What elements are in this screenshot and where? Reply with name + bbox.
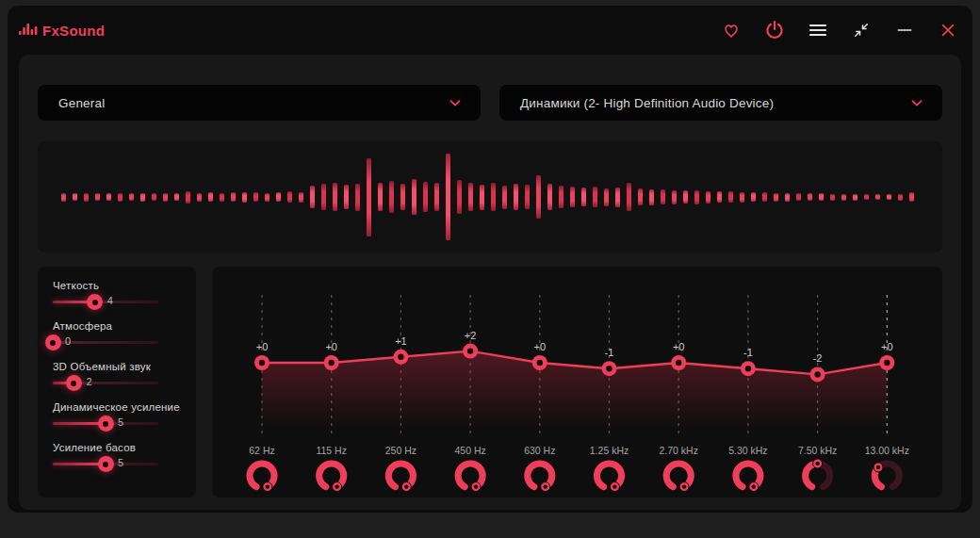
visualizer-bar	[197, 193, 202, 202]
heart-icon	[721, 20, 742, 41]
eq-node[interactable]	[879, 355, 894, 370]
visualizer-bar	[163, 193, 168, 202]
eq-band-knob[interactable]	[874, 463, 899, 487]
visualizer-bar	[830, 194, 835, 201]
visualizer-bar	[672, 190, 677, 204]
slider-track[interactable]: 2	[53, 382, 158, 384]
effects-panel: Четкость4Атмосфера03D Объемный звук2Дина…	[38, 267, 196, 497]
eq-freq-label: 1.25 kHz	[590, 445, 629, 456]
eq-band-knob[interactable]	[388, 464, 413, 492]
eq-curve-fill	[262, 351, 887, 432]
compact-mode-button[interactable]	[850, 19, 873, 41]
visualizer-bar	[740, 192, 744, 203]
slider-track[interactable]: 5	[53, 422, 158, 425]
visualizer-bar	[774, 193, 778, 202]
visualizer-bar	[627, 183, 631, 211]
eq-band-knob[interactable]	[736, 464, 760, 492]
eq-band-knob[interactable]	[250, 464, 274, 492]
visualizer-bar	[389, 181, 394, 213]
slider-thumb[interactable]	[98, 416, 114, 432]
visualizer-bar	[502, 186, 507, 209]
favorite-button[interactable]	[720, 19, 743, 41]
visualizer-bar	[762, 192, 767, 202]
slider-thumb[interactable]	[98, 456, 114, 472]
visualizer-bar	[514, 184, 518, 210]
slider-track[interactable]: 0	[53, 341, 158, 344]
eq-band-knob[interactable]	[319, 464, 344, 492]
visualizer-bar	[152, 193, 156, 201]
close-icon	[939, 21, 957, 40]
chevron-down-icon	[908, 94, 925, 111]
titlebar: FxSound	[8, 6, 972, 55]
eq-freq-label: 5.30 kHz	[728, 445, 767, 456]
visualizer-bar	[525, 185, 530, 209]
eq-node[interactable]	[741, 361, 756, 376]
eq-gain-label: -1	[743, 347, 753, 358]
eq-band-knob[interactable]	[666, 464, 691, 492]
visualizer-bar	[796, 193, 801, 201]
slider-value: 2	[86, 376, 91, 387]
eq-node[interactable]	[324, 355, 339, 370]
visualizer-bar	[446, 154, 450, 240]
eq-band-knob[interactable]	[528, 464, 552, 492]
slider-label: 3D Объемный звук	[53, 361, 196, 372]
fxsound-window: FxSound	[8, 6, 972, 513]
menu-button[interactable]	[807, 19, 829, 41]
slider-value: 4	[107, 295, 113, 306]
minimize-button[interactable]	[893, 19, 916, 41]
eq-gain-label: +0	[673, 341, 685, 352]
effect-slider-row: Усиление басов5	[53, 442, 196, 482]
eq-band-knob[interactable]	[458, 464, 482, 492]
visualizer-bar	[344, 185, 349, 209]
visualizer-bar	[95, 193, 100, 201]
eq-node[interactable]	[671, 355, 686, 370]
visualizer-bar	[728, 191, 733, 203]
visualizer-bar	[819, 193, 824, 201]
chevron-down-icon	[447, 94, 464, 111]
app-title: FxSound	[42, 23, 105, 39]
slider-label: Атмосфера	[53, 320, 196, 332]
eq-gain-label: +2	[465, 330, 477, 341]
preset-dropdown[interactable]: General	[38, 85, 481, 121]
slider-label: Динамическое усиление	[53, 401, 196, 413]
visualizer-bar	[694, 190, 699, 204]
visualizer-bar	[412, 179, 416, 215]
eq-node[interactable]	[810, 367, 825, 382]
slider-track[interactable]: 4	[53, 301, 158, 303]
close-button[interactable]	[937, 19, 959, 41]
slider-thumb[interactable]	[66, 375, 82, 391]
eq-node[interactable]	[532, 355, 547, 370]
eq-band-knob[interactable]	[806, 459, 830, 487]
slider-thumb[interactable]	[87, 294, 103, 310]
eq-node[interactable]	[602, 361, 617, 376]
eq-node[interactable]	[463, 344, 478, 359]
eq-node[interactable]	[393, 350, 408, 365]
content-card: General Динамики (2- High Definition Aud…	[19, 55, 961, 510]
visualizer-bar	[581, 187, 586, 206]
visualizer-bar	[253, 192, 258, 202]
eq-gain-label: -1	[605, 347, 614, 358]
eq-band-knob[interactable]	[597, 464, 622, 492]
visualizer-bar	[106, 193, 111, 201]
eq-node[interactable]	[254, 355, 270, 370]
slider-track[interactable]: 5	[53, 463, 158, 465]
slider-label: Четкость	[53, 280, 196, 291]
visualizer-bar	[468, 183, 473, 211]
minimize-icon	[895, 21, 914, 40]
eq-gain-label: +0	[256, 341, 269, 352]
visualizer-bar	[785, 193, 790, 202]
power-button[interactable]	[763, 19, 786, 41]
visualizer-bar	[400, 184, 405, 210]
logo-bars-icon	[19, 23, 38, 38]
visualizer-bar	[887, 194, 891, 200]
visualizer-bar	[378, 183, 383, 211]
eq-gain-label: -2	[813, 352, 823, 364]
visualizer-bar	[367, 158, 371, 236]
visualizer-bar	[299, 192, 303, 203]
visualizer-bar	[321, 184, 326, 210]
eq-gain-label: +0	[881, 341, 893, 352]
visualizer-bar	[661, 189, 665, 204]
slider-value: 5	[118, 457, 123, 468]
device-dropdown[interactable]: Динамики (2- High Definition Audio Devic…	[499, 85, 942, 121]
slider-thumb[interactable]	[45, 334, 61, 351]
